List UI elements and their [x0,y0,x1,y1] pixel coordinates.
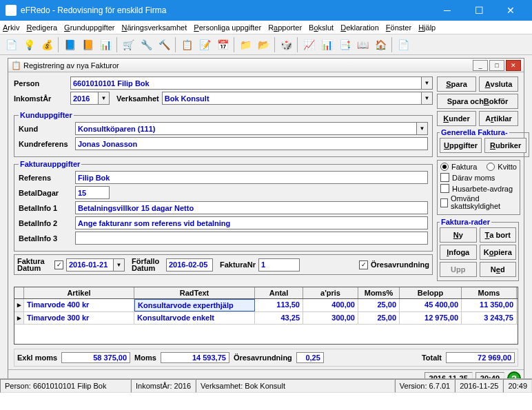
oresavr-value[interactable]: 0,25 [296,352,324,363]
invoice-rows-grid[interactable]: Artikel RadText Antal a'pris Moms% Belop… [14,287,518,345]
rader-legend: Faktura-rader [440,218,491,226]
forfallo-field[interactable]: 2016-02-05 [166,258,213,271]
status-verksamhet: Verksamhet: Bok Konsult [196,379,395,393]
tool-icon[interactable]: 🔨 [156,37,172,53]
kund-field[interactable]: Konsultköparen (111) [75,122,416,135]
ned-button[interactable]: Ned [480,262,517,277]
menu-grunduppgifter[interactable]: Grunduppgifter [64,23,114,32]
husarbete-checkbox[interactable] [440,184,449,193]
tool-icon[interactable]: 📖 [354,37,371,53]
tool-icon[interactable]: 📊 [318,37,335,53]
menu-rapporter[interactable]: Rapporter [268,23,302,32]
tool-icon[interactable]: 📋 [178,37,195,53]
tool-icon[interactable]: 📁 [237,37,254,53]
fdatum-dropdown-button[interactable]: ▼ [113,258,125,271]
fdatum-label: Faktura Datum [17,258,52,271]
tool-icon[interactable]: 📑 [336,37,353,53]
tabort-button[interactable]: Ta bort [480,227,517,243]
person-dropdown-button[interactable]: ▼ [421,76,433,90]
tool-icon[interactable]: 📝 [196,37,213,53]
col-belopp[interactable]: Belopp [400,287,462,298]
spara-button[interactable]: Spara [437,76,476,92]
verksamhet-label: Verksamhet [116,94,159,103]
minimize-button[interactable]: ─ [431,0,463,21]
table-row[interactable]: ▸Timarvode 300 krKonsultarvode enkelt43,… [14,312,518,325]
avsluta-button[interactable]: Avsluta [479,76,518,92]
table-row[interactable]: ▸Timarvode 400 krKonsultarvode experthjä… [14,299,518,312]
col-momsp[interactable]: Moms% [358,287,400,298]
uppgifter-button[interactable]: Uppgifter [440,138,482,153]
menu-redigera[interactable]: Redigera [26,23,57,32]
ny-button[interactable]: Ny [440,227,477,243]
maximize-button[interactable]: ☐ [463,0,495,21]
fdatum-field[interactable]: 2016-01-21 [66,258,113,271]
col-moms[interactable]: Moms [462,287,517,298]
sub-close-button[interactable]: ✕ [506,60,521,71]
year-dropdown-button[interactable]: ▼ [98,92,110,105]
tool-icon[interactable]: 📊 [97,37,114,53]
col-apris[interactable]: a'pris [303,287,358,298]
faktura-radio[interactable] [440,163,449,171]
betaldagar-field[interactable]: 15 [75,186,110,199]
tool-icon[interactable]: 🏠 [372,37,389,53]
verksamhet-field[interactable]: Bok Konsult [162,92,421,105]
tool-icon[interactable]: 📅 [214,37,231,53]
menu-deklaration[interactable]: Deklaration [340,23,379,32]
artiklar-button[interactable]: Artiklar [479,111,518,126]
sub-minimize-button[interactable]: _ [473,60,488,71]
kund-dropdown-button[interactable]: ▼ [416,122,428,135]
menu-bokslut[interactable]: Bokslut [309,23,334,32]
rubriker-button[interactable]: Rubriker [484,138,526,153]
tool-icon[interactable]: 📘 [61,37,78,53]
sub-maximize-button[interactable]: □ [489,60,504,71]
upp-button[interactable]: Upp [440,262,477,277]
tool-icon[interactable]: 🔧 [138,37,154,53]
exkl-label: Exkl moms [17,353,57,362]
moms-value: 14 593,75 [161,352,229,363]
tool-icon[interactable]: 💰 [39,37,55,53]
subwindow-title: Registrering av nya Fakturor [23,61,471,70]
info3-field[interactable] [75,232,428,245]
info3-label: BetalInfo 3 [19,234,72,243]
ores-checkbox[interactable]: ✓ [359,260,368,269]
col-radtext[interactable]: RadText [134,287,255,298]
tool-icon[interactable]: 📂 [255,37,272,53]
kunder-button[interactable]: Kunder [437,111,476,126]
infoga-button[interactable]: Infoga [440,245,477,260]
kopiera-button[interactable]: Kopiera [480,245,517,260]
menu-arkiv[interactable]: Arkiv [3,23,19,32]
info2-field[interactable]: Ange fakturanr som referens vid betalnin… [75,216,428,229]
info1-field[interactable]: Betalningsvillkor 15 dagar Netto [75,201,428,214]
menu-naringsverksamhet[interactable]: Näringsverksamhet [122,23,187,32]
menu-fonster[interactable]: Fönster [386,23,411,32]
tool-icon[interactable]: 🎲 [278,37,294,53]
kundref-field[interactable]: Jonas Jonasson [75,137,428,150]
kund-fieldset: Kunduppgifter Kund Konsultköparen (111) … [14,111,433,157]
referens-field[interactable]: Filip Bok [75,171,428,184]
grid-header: Artikel RadText Antal a'pris Moms% Belop… [14,287,518,299]
spara-bokfor-button[interactable]: Spara och Bokför [437,94,518,109]
tool-icon[interactable]: 📙 [79,37,96,53]
menu-personliga[interactable]: Personliga uppgifter [194,23,261,32]
tool-icon[interactable]: 📄 [395,37,411,53]
tool-icon[interactable]: 🛒 [120,37,136,53]
darav-checkbox[interactable] [440,173,449,182]
col-antal[interactable]: Antal [255,287,303,298]
menu-hjalp[interactable]: Hjälp [418,23,436,32]
tool-icon[interactable]: 📈 [300,37,317,53]
fdatum-checkbox[interactable]: ✓ [54,260,63,269]
tool-icon[interactable]: 💡 [21,37,37,53]
kvitto-radio-label: Kvitto [498,163,517,171]
person-field[interactable]: 6601010101 Filip Bok [70,76,421,90]
close-button[interactable]: ✕ [495,0,526,21]
fakturanr-label: FakturaNr [220,260,256,269]
omvand-checkbox[interactable] [440,198,448,207]
year-field[interactable]: 2016 [70,92,98,105]
verksamhet-dropdown-button[interactable]: ▼ [421,92,433,105]
col-artikel[interactable]: Artikel [24,287,134,298]
tool-icon[interactable]: 📄 [3,37,19,53]
fakturanr-field[interactable]: 1 [258,258,300,271]
darav-label: Därav moms [452,174,495,182]
faktura-radio-label: Faktura [451,163,477,171]
kvitto-radio[interactable] [487,163,495,171]
